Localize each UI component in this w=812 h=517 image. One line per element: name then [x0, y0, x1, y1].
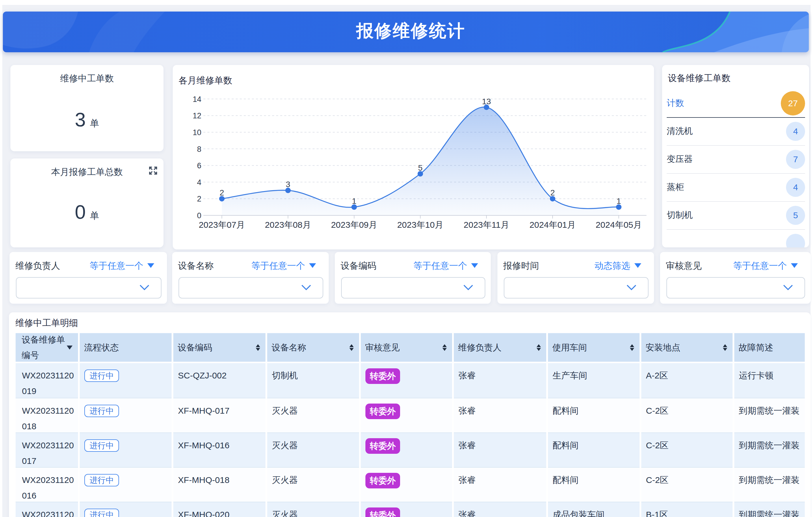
svg-text:12: 12 [193, 112, 201, 120]
svg-text:2: 2 [220, 188, 224, 197]
svg-text:5: 5 [418, 163, 423, 172]
svg-text:0: 0 [197, 211, 201, 220]
svg-text:4: 4 [197, 178, 201, 187]
svg-text:2: 2 [197, 194, 201, 203]
svg-text:2023年11月: 2023年11月 [464, 220, 509, 230]
svg-text:2024年05月: 2024年05月 [596, 220, 642, 230]
svg-text:2023年09月: 2023年09月 [331, 220, 377, 230]
svg-text:1: 1 [352, 196, 356, 206]
svg-text:2: 2 [550, 188, 555, 197]
svg-text:2023年07月: 2023年07月 [199, 220, 245, 230]
svg-text:1: 1 [616, 196, 621, 206]
svg-text:14: 14 [193, 95, 201, 103]
svg-text:2023年10月: 2023年10月 [397, 220, 443, 230]
svg-text:10: 10 [193, 128, 201, 137]
svg-text:6: 6 [197, 161, 201, 170]
svg-text:8: 8 [197, 145, 201, 154]
svg-text:3: 3 [286, 180, 290, 189]
svg-text:2023年08月: 2023年08月 [265, 220, 311, 230]
svg-text:2024年01月: 2024年01月 [529, 220, 576, 230]
svg-text:13: 13 [482, 97, 491, 106]
